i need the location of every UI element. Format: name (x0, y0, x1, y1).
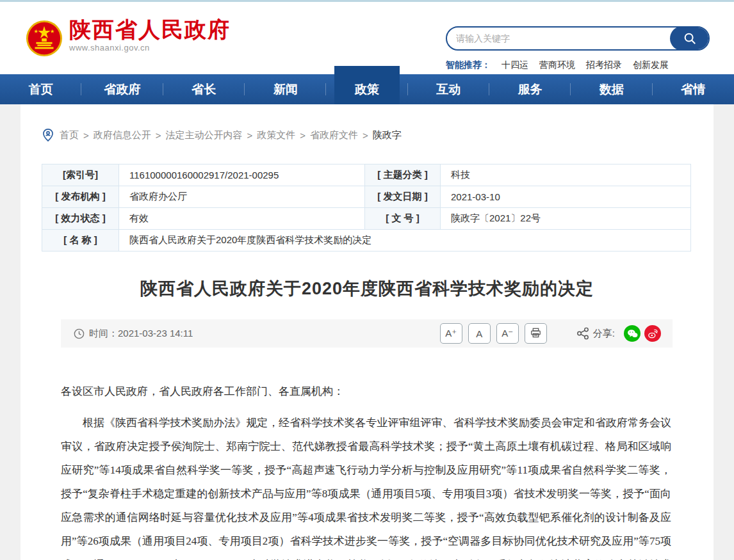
table-row: [ 发布机构 ] 省政府办公厅 [ 发文日期 ] 2021-03-10 (42, 186, 691, 208)
document-info-table: [索引号] 116100000160002917/2021-00295 [ 主题… (42, 164, 691, 252)
issuing-agency-value: 省政府办公厅 (119, 186, 365, 208)
breadcrumb: 首页> 政府信息公开> 法定主动公开内容> 政策文件> 省政府文件> 陕政字 (20, 104, 714, 151)
index-number-label: [索引号] (42, 164, 119, 186)
validity-status-label: [ 效力状态 ] (42, 208, 119, 230)
wechat-share-icon[interactable] (624, 325, 640, 342)
crumb-current: 陕政字 (373, 129, 402, 141)
crumb-provincial-docs[interactable]: 省政府文件 (310, 129, 358, 141)
issuing-agency-label: [ 发布机构 ] (42, 186, 119, 208)
share-icon (576, 327, 589, 340)
hot-link-innovation[interactable]: 创新发展 (633, 60, 669, 71)
search-box (446, 26, 710, 51)
print-button[interactable] (525, 323, 547, 344)
article-meta-bar: 时间：2021-03-23 14:11 A⁺ A A⁻ 分享: (61, 319, 673, 348)
issue-date-label: [ 发文日期 ] (365, 186, 441, 208)
site-logo[interactable]: 陕西省人民政府 www.shaanxi.gov.cn (26, 17, 231, 57)
weibo-share-icon[interactable] (644, 325, 661, 342)
article-paragraph: 根据《陕西省科学技术奖励办法》规定，经省科学技术奖各专业评审组评审、省科学技术奖… (61, 411, 671, 560)
doc-name-label: [ 名 称 ] (42, 230, 119, 252)
font-larger-button[interactable]: A⁺ (440, 323, 462, 344)
nav-item-services[interactable]: 服务 (489, 74, 571, 104)
crumb-info-disclosure[interactable]: 政府信息公开 (94, 129, 151, 141)
table-row: [索引号] 116100000160002917/2021-00295 [ 主题… (42, 164, 691, 186)
search-icon (683, 31, 697, 45)
nav-item-provincial-gov[interactable]: 省政府 (81, 74, 163, 104)
national-emblem-icon (26, 20, 63, 57)
article-body: 各设区市人民政府，省人民政府各工作部门、各直属机构： 根据《陕西省科学技术奖励办… (61, 380, 671, 560)
content-container: 首页> 政府信息公开> 法定主动公开内容> 政策文件> 省政府文件> 陕政字 [… (20, 104, 714, 560)
doc-number-label: [ 文 号 ] (365, 208, 441, 230)
issue-date-value: 2021-03-10 (441, 186, 691, 208)
nav-item-governor[interactable]: 省长 (163, 74, 245, 104)
hot-link-shisiyun[interactable]: 十四运 (502, 60, 528, 71)
site-title: 陕西省人民政府 (69, 17, 231, 42)
main-nav: 首页 省政府 省长 新闻 政策 互动 服务 数据 省情 (0, 74, 734, 104)
topic-category-value: 科技 (441, 164, 691, 186)
index-number-value: 116100000160002917/2021-00295 (119, 164, 365, 186)
smart-recommend-label: 智能推荐： (446, 60, 491, 71)
location-pin-icon (42, 128, 54, 142)
crumb-statutory-disclosure[interactable]: 法定主动公开内容 (166, 129, 243, 141)
publish-time: 时间：2021-03-23 14:11 (74, 328, 193, 340)
nav-item-data[interactable]: 数据 (571, 74, 652, 104)
table-row: [ 效力状态 ] 有效 [ 文 号 ] 陕政字〔2021〕22号 (42, 208, 691, 230)
font-smaller-button[interactable]: A⁻ (496, 323, 519, 344)
nav-item-interaction[interactable]: 互动 (408, 74, 489, 104)
crumb-policy-docs[interactable]: 政策文件 (257, 129, 295, 141)
search-input[interactable] (447, 33, 671, 44)
nav-item-home[interactable]: 首页 (0, 74, 81, 104)
table-row: [ 名 称 ] 陕西省人民政府关于2020年度陕西省科学技术奖励的决定 (42, 230, 691, 252)
nav-item-province-info[interactable]: 省情 (653, 74, 734, 104)
font-normal-button[interactable]: A (468, 323, 491, 344)
hot-link-business-env[interactable]: 营商环境 (539, 60, 575, 71)
crumb-home[interactable]: 首页 (60, 129, 79, 141)
page-title: 陕西省人民政府关于2020年度陕西省科学技术奖励的决定 (20, 277, 714, 300)
printer-icon (530, 328, 541, 338)
site-header: 陕西省人民政府 www.shaanxi.gov.cn 智能推荐： 十四运 营商环… (0, 2, 734, 74)
nav-item-news[interactable]: 新闻 (245, 74, 326, 104)
article-salutation: 各设区市人民政府，省人民政府各工作部门、各直属机构： (61, 380, 671, 403)
doc-name-value: 陕西省人民政府关于2020年度陕西省科学技术奖励的决定 (119, 230, 691, 252)
hot-link-recruit[interactable]: 招考招录 (586, 60, 622, 71)
validity-status-value: 有效 (119, 208, 365, 230)
doc-number-value: 陕政字〔2021〕22号 (441, 208, 691, 230)
clock-icon (74, 328, 85, 339)
nav-item-policy[interactable]: 政策 (326, 74, 407, 104)
search-button[interactable] (670, 26, 710, 51)
site-url: www.shaanxi.gov.cn (69, 43, 231, 52)
topic-category-label: [ 主题分类 ] (365, 164, 441, 186)
share-label: 分享: (593, 328, 615, 340)
